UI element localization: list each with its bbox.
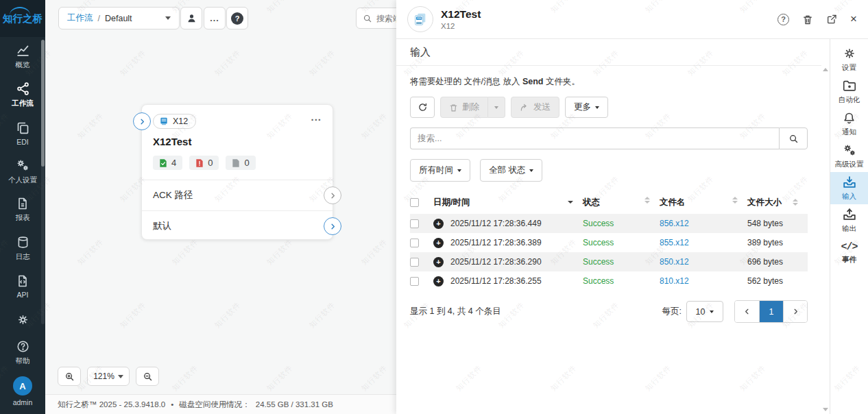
- sort-icon-date[interactable]: [568, 201, 573, 204]
- help-button[interactable]: ?: [226, 7, 248, 29]
- status-badge: Success: [583, 219, 614, 228]
- open-in-new-button[interactable]: [826, 14, 837, 25]
- refresh-button[interactable]: [410, 97, 435, 118]
- card-route-ack[interactable]: ACK 路径: [142, 180, 333, 210]
- per-page-select[interactable]: 10: [686, 301, 723, 322]
- column-header[interactable]: 文件名: [660, 197, 686, 208]
- hint-prefix: 将需要处理的 文件/消息 放入: [410, 77, 520, 86]
- zoom-level-dropdown[interactable]: 121%: [87, 367, 130, 386]
- rail-item-settings[interactable]: 设置: [830, 43, 868, 75]
- time-filter-label: 所有时间: [419, 165, 453, 176]
- upload-tray-icon: [842, 207, 857, 222]
- sort-icon-filename[interactable]: [732, 197, 738, 208]
- panel-scrollbar[interactable]: [821, 39, 830, 414]
- column-header[interactable]: 文件大小: [747, 197, 782, 208]
- sidebar-item-api[interactable]: API: [0, 267, 45, 306]
- scroll-down-arrow[interactable]: [823, 408, 828, 411]
- card-menu-button[interactable]: ...: [311, 114, 322, 121]
- sort-icon-status[interactable]: [644, 197, 650, 208]
- expand-row-icon[interactable]: +: [433, 257, 444, 267]
- row-checkbox[interactable]: [410, 258, 419, 267]
- more-button[interactable]: 更多: [565, 97, 608, 118]
- sidebar-item-overview[interactable]: 概览: [0, 37, 45, 75]
- file-search-button[interactable]: [779, 127, 808, 149]
- table-row[interactable]: + 2025/11/12 17:28:36.389 Success 855.x1…: [410, 233, 808, 252]
- rail-item-label: 事件: [842, 255, 856, 265]
- rail-item-label: 输入: [842, 192, 856, 202]
- input-connector-handle[interactable]: [133, 112, 151, 130]
- status-filter-dropdown[interactable]: 全部 状态: [480, 159, 542, 182]
- code-file-icon: [16, 274, 29, 288]
- sidebar-user[interactable]: A admin: [0, 372, 45, 411]
- delete-connector-button[interactable]: [802, 14, 813, 25]
- file-link[interactable]: 856.x12: [660, 219, 689, 228]
- close-panel-button[interactable]: ×: [850, 14, 857, 24]
- ack-output-connector-handle[interactable]: [324, 186, 341, 204]
- sort-icon-size[interactable]: [793, 199, 798, 206]
- sidebar-item-edi[interactable]: EDI: [0, 114, 45, 152]
- row-checkbox[interactable]: [410, 239, 419, 247]
- chevron-down-icon: [165, 16, 171, 20]
- error-count-badge[interactable]: 0: [189, 156, 219, 170]
- panel-title: X12Test: [441, 8, 481, 21]
- file-search-input[interactable]: [410, 127, 779, 149]
- rail-item-input[interactable]: 输入: [830, 172, 868, 204]
- file-link[interactable]: 855.x12: [660, 238, 689, 247]
- pending-count-badge[interactable]: 0: [226, 156, 255, 170]
- connector-type-badge[interactable]: X12: [153, 114, 196, 129]
- user-button[interactable]: [180, 7, 202, 29]
- row-checkbox[interactable]: [410, 219, 419, 228]
- sidebar-item-settings[interactable]: [0, 306, 45, 333]
- panel-help-button[interactable]: ?: [777, 14, 789, 25]
- prev-page-button[interactable]: [735, 301, 759, 322]
- page-number-button[interactable]: 1: [759, 301, 783, 322]
- rail-item-advanced-settings[interactable]: 高级设置: [830, 140, 868, 172]
- rail-item-notifications[interactable]: 通知: [830, 108, 868, 140]
- success-count-badge[interactable]: 4: [153, 156, 182, 170]
- more-options-button[interactable]: ...: [204, 7, 226, 29]
- sidebar-item-help[interactable]: 帮助: [0, 333, 45, 372]
- rail-item-events[interactable]: </> 事件: [830, 236, 868, 269]
- zoom-out-button[interactable]: [136, 367, 159, 386]
- sidebar-item-personal-settings[interactable]: 个人设置: [0, 152, 45, 191]
- expand-row-icon[interactable]: +: [433, 238, 444, 248]
- row-checkbox[interactable]: [410, 277, 419, 286]
- file-link[interactable]: 850.x12: [660, 257, 689, 267]
- select-all-checkbox[interactable]: [410, 198, 419, 207]
- avatar[interactable]: A: [13, 376, 32, 395]
- send-button[interactable]: 发送: [511, 97, 559, 118]
- delete-dropdown-button[interactable]: [488, 97, 505, 118]
- card-route-default[interactable]: 默认: [142, 210, 333, 241]
- user-label: admin: [13, 398, 33, 406]
- sidebar-item-logs[interactable]: 日志: [0, 229, 45, 267]
- rail-item-output[interactable]: 输出: [830, 204, 868, 236]
- time-filter-dropdown[interactable]: 所有时间: [410, 159, 470, 182]
- workflow-selector[interactable]: 工作流 / Default: [58, 7, 180, 29]
- expand-row-icon[interactable]: +: [433, 219, 444, 229]
- connector-card-x12test[interactable]: X12 ... X12Test 4 0 0: [141, 104, 333, 240]
- sidebar-item-reports[interactable]: 报表: [0, 191, 45, 229]
- rail-item-automation[interactable]: 自动化: [830, 75, 868, 108]
- expand-row-icon[interactable]: +: [433, 276, 444, 287]
- chevron-down-icon: [118, 375, 123, 378]
- zoom-in-button[interactable]: [58, 367, 81, 386]
- delete-files-button[interactable]: 删除: [440, 97, 488, 118]
- sidebar-scrollbar-thumb[interactable]: [41, 40, 45, 167]
- column-header[interactable]: 日期/时间: [433, 197, 470, 208]
- sidebar-item-label: API: [17, 291, 29, 299]
- workflow-breadcrumb-link[interactable]: 工作流: [67, 12, 93, 24]
- file-link[interactable]: 810.x12: [660, 276, 689, 286]
- table-header-row: 日期/时间 状态 文件名 文件大小: [410, 191, 808, 214]
- line-chart-icon: [16, 43, 30, 58]
- sidebar-item-workflows[interactable]: 工作流: [0, 75, 45, 114]
- table-row[interactable]: + 2025/11/12 17:28:36.290 Success 850.x1…: [410, 252, 808, 271]
- next-page-button[interactable]: [783, 301, 807, 322]
- column-header[interactable]: 状态: [583, 197, 600, 208]
- app-logo[interactable]: 知行之桥: [0, 0, 45, 37]
- table-row[interactable]: + 2025/11/12 17:28:36.449 Success 856.x1…: [410, 214, 808, 233]
- default-output-connector-handle[interactable]: [324, 217, 341, 235]
- sidebar-item-label: 报表: [16, 213, 30, 223]
- scroll-up-arrow[interactable]: [823, 68, 828, 71]
- status-badge: Success: [583, 238, 614, 247]
- table-row[interactable]: + 2025/11/12 17:28:36.255 Success 810.x1…: [410, 271, 808, 291]
